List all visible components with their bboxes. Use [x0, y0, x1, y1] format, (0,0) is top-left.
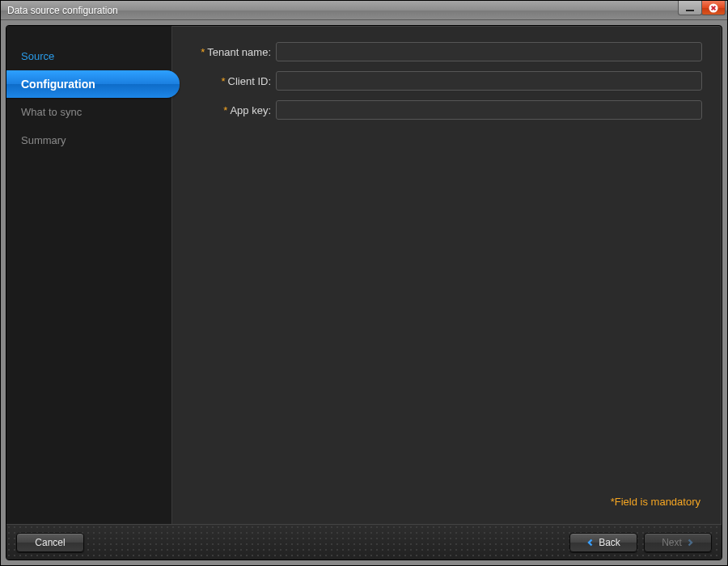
client-id-input[interactable]: [276, 71, 702, 91]
form-panel: *Tenant name: *Client ID: *App key:: [172, 26, 722, 524]
sidebar-item-source[interactable]: Source: [6, 42, 171, 70]
dialog-body: Source Configuration What to sync Summar…: [6, 25, 722, 560]
chevron-right-icon: [686, 539, 694, 547]
sidebar-item-label: Configuration: [21, 78, 95, 91]
sidebar-item-what-to-sync[interactable]: What to sync: [6, 98, 171, 126]
sidebar-item-label: Source: [21, 50, 54, 62]
close-icon: [709, 3, 718, 13]
minimize-icon: [686, 10, 694, 11]
close-button[interactable]: [701, 1, 726, 15]
wizard-footer: Cancel Back Next: [6, 524, 722, 560]
titlebar: Data source configuration: [1, 1, 727, 20]
client-id-label: *Client ID:: [185, 75, 276, 87]
sidebar-item-label: What to sync: [21, 106, 82, 118]
sidebar-item-label: Summary: [21, 134, 66, 146]
window-controls: [679, 1, 726, 15]
app-key-input[interactable]: [276, 100, 702, 120]
tenant-name-input[interactable]: [276, 42, 702, 61]
field-row-client-id: *Client ID:: [185, 71, 702, 91]
mandatory-note: *Field is mandatory: [185, 491, 702, 514]
required-marker: *: [221, 75, 225, 87]
sidebar-item-summary[interactable]: Summary: [6, 126, 171, 154]
sidebar-item-configuration[interactable]: Configuration: [6, 70, 180, 98]
app-window: Data source configuration Source Configu…: [0, 0, 728, 566]
field-row-app-key: *App key:: [185, 100, 702, 120]
next-button[interactable]: Next: [644, 533, 712, 552]
wizard-sidebar: Source Configuration What to sync Summar…: [6, 26, 172, 524]
app-key-label: *App key:: [185, 104, 276, 116]
chevron-left-icon: [586, 539, 595, 547]
minimize-button[interactable]: [678, 1, 702, 15]
back-button[interactable]: Back: [569, 533, 637, 552]
field-row-tenant-name: *Tenant name:: [185, 42, 702, 61]
cancel-button[interactable]: Cancel: [16, 533, 84, 552]
tenant-name-label: *Tenant name:: [185, 46, 276, 58]
required-marker: *: [201, 46, 205, 58]
required-marker: *: [223, 104, 227, 116]
window-title: Data source configuration: [1, 5, 118, 16]
